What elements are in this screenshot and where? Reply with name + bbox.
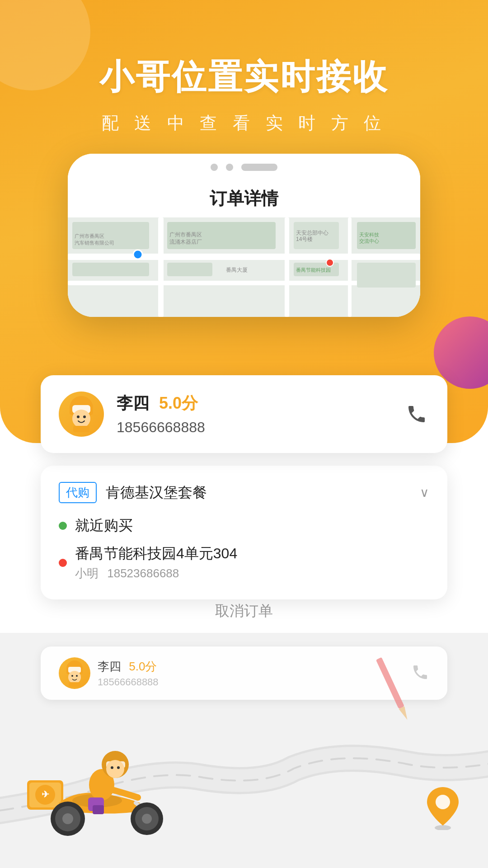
- bottom-rating: 5.0分: [129, 660, 157, 673]
- delivery-dot: [59, 559, 67, 567]
- order-name: 肯德基汉堡套餐: [106, 483, 207, 503]
- bottom-driver-name-rating: 李四 5.0分: [98, 659, 159, 675]
- svg-rect-7: [72, 263, 149, 276]
- order-type-left: 代购 肯德基汉堡套餐: [59, 482, 207, 503]
- svg-text:番禺节能科技园: 番禺节能科技园: [296, 267, 331, 273]
- driver-name: 李四: [117, 394, 149, 412]
- svg-point-29: [72, 410, 90, 428]
- call-button[interactable]: [404, 401, 429, 427]
- delivery-item: 番禺节能科技园4单元304 小明 18523686688: [59, 544, 429, 581]
- chevron-down-icon[interactable]: ∨: [420, 485, 429, 500]
- svg-point-38: [71, 675, 73, 677]
- hero-section: 小哥位置实时接收 配 送 中 查 看 实 时 方 位: [0, 54, 488, 135]
- camera-dot: [211, 164, 218, 171]
- svg-text:天安科技: 天安科技: [359, 232, 379, 237]
- delivery-address: 番禺节能科技园4单元304: [75, 544, 237, 564]
- order-type-row: 代购 肯德基汉堡套餐 ∨: [59, 482, 429, 503]
- svg-text:广州市番禺区: 广州市番禺区: [169, 231, 202, 238]
- svg-rect-9: [167, 263, 212, 276]
- contact-phone: 18523686688: [107, 566, 179, 580]
- svg-point-30: [77, 415, 80, 418]
- scooter-illustration: ✈: [18, 731, 190, 859]
- svg-point-52: [142, 814, 152, 824]
- driver-left: 李四 5.0分 18566668888: [59, 392, 205, 437]
- svg-text:交流中心: 交流中心: [359, 238, 379, 244]
- pickup-text: 就近购买: [75, 516, 133, 536]
- svg-point-63: [436, 795, 450, 809]
- hero-subtitle: 配 送 中 查 看 实 时 方 位: [0, 112, 488, 135]
- driver-name-rating: 李四 5.0分: [117, 392, 205, 415]
- svg-text:✈: ✈: [42, 789, 49, 799]
- svg-text:番禺大厦: 番禺大厦: [226, 267, 248, 273]
- pickup-dot: [59, 522, 67, 530]
- driver-row: 李四 5.0分 18566668888: [59, 392, 429, 437]
- svg-point-31: [83, 415, 86, 418]
- bottom-call-icon[interactable]: [411, 663, 429, 683]
- map-area[interactable]: 广州市番禺区 汽车销售有限公司 广州市番禺区 流涌木器店厂 天安总部中心 14号…: [68, 217, 420, 317]
- bottom-driver-avatar: [59, 657, 90, 689]
- svg-point-58: [111, 766, 113, 769]
- svg-point-25: [326, 259, 333, 266]
- bottom-driver-info: 李四 5.0分 18566668888: [59, 657, 159, 689]
- svg-point-59: [117, 766, 120, 769]
- svg-point-49: [62, 813, 73, 824]
- svg-text:14号楼: 14号楼: [296, 236, 313, 242]
- svg-text:流涌木器店厂: 流涌木器店厂: [169, 239, 202, 245]
- svg-rect-3: [158, 217, 164, 317]
- driver-info-text: 李四 5.0分 18566668888: [117, 392, 205, 436]
- bottom-driver-text: 李四 5.0分 18566668888: [98, 659, 159, 688]
- svg-point-57: [106, 760, 124, 778]
- svg-text:汽车销售有限公司: 汽车销售有限公司: [75, 240, 114, 245]
- svg-point-37: [68, 671, 81, 684]
- svg-rect-32: [73, 426, 89, 432]
- contact-name: 小明: [75, 566, 99, 580]
- destination-pin: [425, 785, 461, 832]
- phone-mockup: 订单详情 广州市番禺区 汽车销售有限公司 广州市番禺区 流涌木: [68, 154, 420, 317]
- svg-rect-13: [357, 263, 416, 288]
- speaker-bar: [241, 164, 277, 171]
- driver-info-card: 李四 5.0分 18566668888: [41, 375, 447, 453]
- bottom-name: 李四: [98, 660, 121, 673]
- svg-text:广州市番禺区: 广州市番禺区: [75, 233, 104, 239]
- svg-point-39: [76, 675, 78, 677]
- svg-rect-61: [93, 805, 104, 814]
- phone-status-bar: [68, 154, 420, 178]
- svg-rect-40: [69, 682, 80, 687]
- order-tag: 代购: [59, 482, 97, 503]
- bottom-tracking-section: 李四 5.0分 18566668888 ✈: [0, 633, 488, 868]
- driver-phone: 18566668888: [117, 419, 205, 436]
- pickup-label: 就近购买: [75, 516, 133, 536]
- bottom-phone-placeholder: 18566668888: [98, 676, 159, 688]
- sensor-dot: [226, 164, 233, 171]
- order-items-list: 就近购买 番禺节能科技园4单元304 小明 18523686688: [59, 516, 429, 581]
- svg-point-24: [133, 250, 142, 259]
- order-detail-card: 代购 肯德基汉堡套餐 ∨ 就近购买 番禺节能科技园4单元304 小明 18523…: [41, 466, 447, 599]
- svg-point-62: [435, 825, 451, 830]
- driver-rating: 5.0分: [159, 394, 198, 412]
- delivery-contact: 小明 18523686688: [75, 566, 237, 581]
- order-detail-title: 订单详情: [68, 178, 420, 217]
- delivery-info: 番禺节能科技园4单元304 小明 18523686688: [75, 544, 237, 581]
- svg-rect-4: [285, 217, 289, 317]
- hero-title: 小哥位置实时接收: [0, 54, 488, 101]
- svg-rect-1: [68, 254, 420, 260]
- svg-text:天安总部中心: 天安总部中心: [296, 230, 328, 236]
- pickup-item: 就近购买: [59, 516, 429, 536]
- svg-rect-5: [348, 217, 352, 317]
- driver-avatar: [59, 392, 104, 437]
